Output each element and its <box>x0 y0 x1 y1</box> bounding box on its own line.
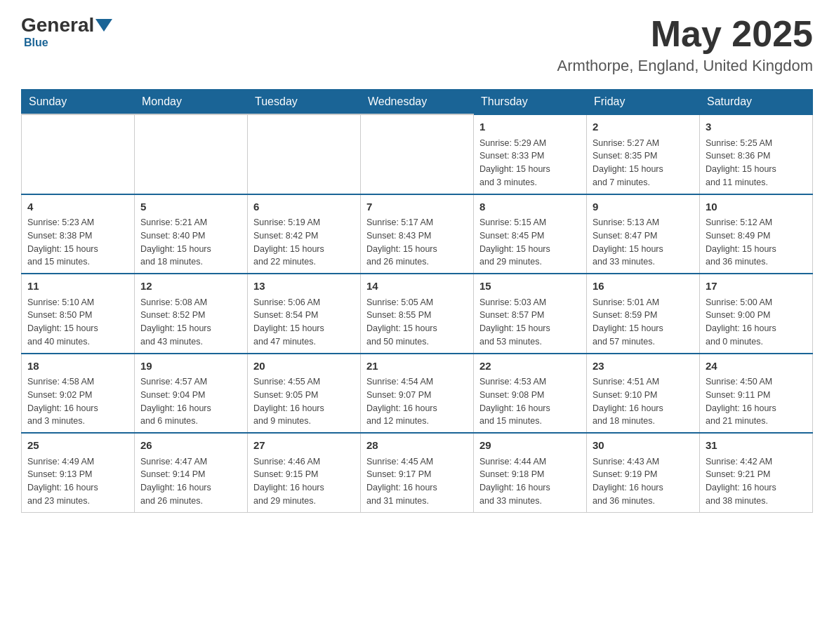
calendar-cell: 16Sunrise: 5:01 AM Sunset: 8:59 PM Dayli… <box>587 274 700 354</box>
calendar-cell: 27Sunrise: 4:46 AM Sunset: 9:15 PM Dayli… <box>248 433 361 512</box>
calendar-cell: 15Sunrise: 5:03 AM Sunset: 8:57 PM Dayli… <box>474 274 587 354</box>
day-number: 19 <box>140 358 241 375</box>
calendar-cell: 18Sunrise: 4:58 AM Sunset: 9:02 PM Dayli… <box>22 354 135 434</box>
calendar-cell: 13Sunrise: 5:06 AM Sunset: 8:54 PM Dayli… <box>248 274 361 354</box>
calendar-cell: 6Sunrise: 5:19 AM Sunset: 8:42 PM Daylig… <box>248 194 361 274</box>
calendar-cell: 14Sunrise: 5:05 AM Sunset: 8:55 PM Dayli… <box>361 274 474 354</box>
day-number: 14 <box>366 279 468 295</box>
logo: General Blue <box>21 14 114 49</box>
calendar-cell: 8Sunrise: 5:15 AM Sunset: 8:45 PM Daylig… <box>474 194 587 274</box>
day-number: 6 <box>253 199 355 215</box>
day-info: Sunrise: 5:01 AM Sunset: 8:59 PM Dayligh… <box>593 296 694 349</box>
day-info: Sunrise: 4:58 AM Sunset: 9:02 PM Dayligh… <box>27 375 128 428</box>
calendar-week-row: 1Sunrise: 5:29 AM Sunset: 8:33 PM Daylig… <box>22 114 813 194</box>
calendar-header-row: SundayMondayTuesdayWednesdayThursdayFrid… <box>22 90 813 115</box>
day-info: Sunrise: 5:29 AM Sunset: 8:33 PM Dayligh… <box>479 137 581 189</box>
calendar-table: SundayMondayTuesdayWednesdayThursdayFrid… <box>21 89 813 513</box>
weekday-header-saturday: Saturday <box>700 90 813 115</box>
day-number: 20 <box>253 358 355 375</box>
weekday-header-sunday: Sunday <box>22 90 135 115</box>
day-info: Sunrise: 4:44 AM Sunset: 9:18 PM Dayligh… <box>479 455 581 508</box>
calendar-week-row: 4Sunrise: 5:23 AM Sunset: 8:38 PM Daylig… <box>22 194 813 274</box>
calendar-cell: 5Sunrise: 5:21 AM Sunset: 8:40 PM Daylig… <box>135 194 248 274</box>
day-info: Sunrise: 5:21 AM Sunset: 8:40 PM Dayligh… <box>140 216 241 269</box>
day-info: Sunrise: 5:10 AM Sunset: 8:50 PM Dayligh… <box>27 296 128 349</box>
day-number: 15 <box>479 279 581 295</box>
day-info: Sunrise: 4:43 AM Sunset: 9:19 PM Dayligh… <box>593 455 694 508</box>
weekday-header-wednesday: Wednesday <box>361 90 474 115</box>
day-info: Sunrise: 5:06 AM Sunset: 8:54 PM Dayligh… <box>253 296 355 349</box>
calendar-cell: 11Sunrise: 5:10 AM Sunset: 8:50 PM Dayli… <box>22 274 135 354</box>
weekday-header-tuesday: Tuesday <box>248 90 361 115</box>
day-info: Sunrise: 4:57 AM Sunset: 9:04 PM Dayligh… <box>140 375 241 428</box>
day-number: 25 <box>27 438 128 454</box>
calendar-cell: 21Sunrise: 4:54 AM Sunset: 9:07 PM Dayli… <box>361 354 474 434</box>
calendar-cell: 3Sunrise: 5:25 AM Sunset: 8:36 PM Daylig… <box>700 114 813 194</box>
day-number: 2 <box>593 119 694 135</box>
calendar-cell: 23Sunrise: 4:51 AM Sunset: 9:10 PM Dayli… <box>587 354 700 434</box>
day-number: 12 <box>140 279 241 295</box>
logo-triangle-icon <box>95 19 112 32</box>
day-number: 26 <box>140 438 241 454</box>
calendar-cell: 24Sunrise: 4:50 AM Sunset: 9:11 PM Dayli… <box>700 354 813 434</box>
weekday-header-monday: Monday <box>135 90 248 115</box>
calendar-cell <box>135 114 248 194</box>
calendar-cell: 20Sunrise: 4:55 AM Sunset: 9:05 PM Dayli… <box>248 354 361 434</box>
day-info: Sunrise: 5:05 AM Sunset: 8:55 PM Dayligh… <box>366 296 468 349</box>
calendar-cell <box>248 114 361 194</box>
day-number: 31 <box>706 438 807 454</box>
day-info: Sunrise: 4:42 AM Sunset: 9:21 PM Dayligh… <box>706 455 807 508</box>
calendar-cell: 7Sunrise: 5:17 AM Sunset: 8:43 PM Daylig… <box>361 194 474 274</box>
day-info: Sunrise: 4:55 AM Sunset: 9:05 PM Dayligh… <box>253 375 355 428</box>
day-number: 10 <box>706 199 807 215</box>
day-number: 9 <box>593 199 694 215</box>
day-info: Sunrise: 4:45 AM Sunset: 9:17 PM Dayligh… <box>366 455 468 508</box>
calendar-cell <box>22 114 135 194</box>
day-number: 7 <box>366 199 468 215</box>
logo-general-text: General <box>21 14 94 36</box>
calendar-cell: 9Sunrise: 5:13 AM Sunset: 8:47 PM Daylig… <box>587 194 700 274</box>
logo-blue-text: Blue <box>24 36 48 48</box>
calendar-cell: 2Sunrise: 5:27 AM Sunset: 8:35 PM Daylig… <box>587 114 700 194</box>
month-title: May 2025 <box>557 14 813 54</box>
day-info: Sunrise: 4:50 AM Sunset: 9:11 PM Dayligh… <box>706 375 807 428</box>
day-number: 4 <box>27 199 128 215</box>
day-number: 27 <box>253 438 355 454</box>
day-number: 22 <box>479 358 581 375</box>
day-info: Sunrise: 4:54 AM Sunset: 9:07 PM Dayligh… <box>366 375 468 428</box>
day-info: Sunrise: 4:47 AM Sunset: 9:14 PM Dayligh… <box>140 455 241 508</box>
day-number: 13 <box>253 279 355 295</box>
day-info: Sunrise: 5:19 AM Sunset: 8:42 PM Dayligh… <box>253 216 355 269</box>
calendar-week-row: 11Sunrise: 5:10 AM Sunset: 8:50 PM Dayli… <box>22 274 813 354</box>
day-info: Sunrise: 5:00 AM Sunset: 9:00 PM Dayligh… <box>706 296 807 349</box>
day-info: Sunrise: 4:49 AM Sunset: 9:13 PM Dayligh… <box>27 455 128 508</box>
day-number: 23 <box>593 358 694 375</box>
day-info: Sunrise: 5:27 AM Sunset: 8:35 PM Dayligh… <box>593 137 694 189</box>
day-number: 28 <box>366 438 468 454</box>
calendar-cell: 10Sunrise: 5:12 AM Sunset: 8:49 PM Dayli… <box>700 194 813 274</box>
day-info: Sunrise: 5:08 AM Sunset: 8:52 PM Dayligh… <box>140 296 241 349</box>
day-info: Sunrise: 4:46 AM Sunset: 9:15 PM Dayligh… <box>253 455 355 508</box>
day-number: 18 <box>27 358 128 375</box>
calendar-week-row: 25Sunrise: 4:49 AM Sunset: 9:13 PM Dayli… <box>22 433 813 512</box>
day-info: Sunrise: 5:25 AM Sunset: 8:36 PM Dayligh… <box>706 137 807 189</box>
day-number: 21 <box>366 358 468 375</box>
calendar-cell <box>361 114 474 194</box>
day-number: 11 <box>27 279 128 295</box>
day-number: 30 <box>593 438 694 454</box>
day-info: Sunrise: 4:51 AM Sunset: 9:10 PM Dayligh… <box>593 375 694 428</box>
day-info: Sunrise: 5:13 AM Sunset: 8:47 PM Dayligh… <box>593 216 694 269</box>
day-info: Sunrise: 5:03 AM Sunset: 8:57 PM Dayligh… <box>479 296 581 349</box>
calendar-cell: 30Sunrise: 4:43 AM Sunset: 9:19 PM Dayli… <box>587 433 700 512</box>
calendar-week-row: 18Sunrise: 4:58 AM Sunset: 9:02 PM Dayli… <box>22 354 813 434</box>
calendar-cell: 4Sunrise: 5:23 AM Sunset: 8:38 PM Daylig… <box>22 194 135 274</box>
calendar-cell: 22Sunrise: 4:53 AM Sunset: 9:08 PM Dayli… <box>474 354 587 434</box>
calendar-cell: 28Sunrise: 4:45 AM Sunset: 9:17 PM Dayli… <box>361 433 474 512</box>
day-number: 24 <box>706 358 807 375</box>
day-info: Sunrise: 5:15 AM Sunset: 8:45 PM Dayligh… <box>479 216 581 269</box>
day-number: 16 <box>593 279 694 295</box>
calendar-cell: 25Sunrise: 4:49 AM Sunset: 9:13 PM Dayli… <box>22 433 135 512</box>
calendar-cell: 26Sunrise: 4:47 AM Sunset: 9:14 PM Dayli… <box>135 433 248 512</box>
day-number: 3 <box>706 119 807 135</box>
calendar-cell: 31Sunrise: 4:42 AM Sunset: 9:21 PM Dayli… <box>700 433 813 512</box>
